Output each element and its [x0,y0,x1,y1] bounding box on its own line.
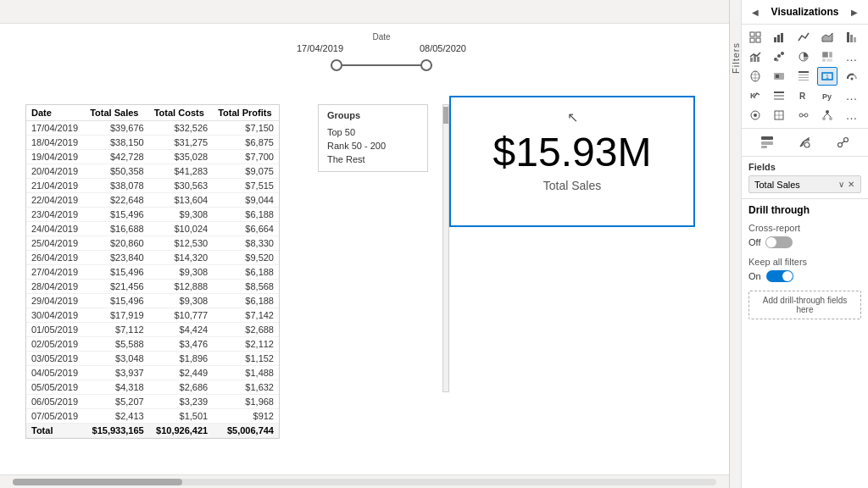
viz-icon-gauge[interactable] [842,67,862,86]
groups-title: Groups [327,110,419,120]
svg-rect-57 [761,146,767,148]
viz-icon-ai2[interactable] [769,106,789,125]
add-drill-fields-button[interactable]: Add drill-through fields here [748,291,861,319]
viz-icon-slicer[interactable] [769,86,789,105]
viz-panel-collapse[interactable]: ◀ [748,5,762,19]
table-row[interactable]: 06/05/2019$5,207$3,239$1,968 [26,395,279,409]
data-table-container: Date Total Sales Total Costs Total Profi… [25,104,280,439]
svg-rect-6 [781,33,783,42]
table-scroll-thumb[interactable] [443,107,448,124]
viz-icon-r-visual[interactable]: R [793,86,814,105]
svg-rect-21 [822,58,826,62]
svg-point-35 [850,78,853,80]
filters-tab[interactable]: Filters [729,0,741,488]
viz-icon-matrix[interactable] [793,67,814,86]
table-row[interactable]: 03/05/2019$3,048$1,896$1,152 [26,352,279,366]
date-slicer-slider[interactable] [288,57,475,74]
slider-left-handle[interactable] [331,59,342,71]
viz-icon-filled-map[interactable] [769,67,789,86]
svg-point-51 [822,117,826,120]
table-row[interactable]: 20/04/2019$50,358$41,283$9,075 [26,164,279,179]
viz-icon-ai3[interactable] [793,106,814,125]
cross-report-state: Off [748,237,760,247]
table-row[interactable]: 25/04/2019$20,860$12,530$8,330 [26,236,279,251]
table-row[interactable]: 30/04/2019$17,919$10,777$7,142 [26,308,279,323]
groups-item-rank[interactable]: Rank 50 - 200 [327,139,419,152]
svg-point-48 [804,114,808,117]
table-row[interactable]: 29/04/2019$15,496$9,308$6,188 [26,294,279,308]
col-date[interactable]: Date [26,105,85,121]
table-row[interactable]: 04/05/2019$3,937$2,449$1,488 [26,366,279,380]
viz-tool-format[interactable] [794,132,815,152]
table-row[interactable]: 19/04/2019$42,728$35,028$7,700 [26,150,279,164]
svg-text:R: R [799,92,806,101]
groups-item-top50[interactable]: Top 50 [327,125,419,139]
viz-icon-area[interactable] [817,28,837,47]
svg-point-17 [776,59,779,62]
viz-icon-more1[interactable]: … [842,47,862,66]
viz-tool-fields[interactable] [757,132,777,152]
cross-report-toggle[interactable] [765,236,793,248]
viz-icons-grid: … 1 K R Py … [742,25,868,129]
svg-rect-12 [754,55,756,62]
svg-rect-32 [798,80,809,80]
viz-icon-more2[interactable]: … [842,86,862,105]
slider-right-handle[interactable] [420,59,432,71]
viz-icon-scatter[interactable] [769,47,789,66]
bottom-scroll[interactable] [0,474,729,488]
main-canvas: Date 17/04/2019 08/05/2020 Date Total Sa… [0,0,729,488]
table-row[interactable]: 02/05/2019$5,588$3,476$2,112 [26,337,279,352]
table-row[interactable]: 24/04/2019$16,688$10,024$6,664 [26,222,279,236]
svg-line-53 [824,114,827,117]
viz-icon-bar[interactable] [769,28,789,47]
table-row[interactable]: 07/05/2019$2,413$1,501$912 [26,409,279,424]
table-row[interactable]: 22/04/2019$22,648$13,604$9,044 [26,193,279,208]
viz-icon-combo[interactable] [745,47,765,66]
fields-remove-icon[interactable]: ✕ [847,179,855,190]
viz-tool-analytics[interactable] [832,132,853,152]
table-row[interactable]: 01/05/2019$7,112$4,424$2,688 [26,323,279,337]
table-row[interactable]: 23/04/2019$15,496$9,308$6,188 [26,208,279,222]
col-total-profits[interactable]: Total Profits [213,105,279,121]
table-row[interactable]: 27/04/2019$15,496$9,308$6,188 [26,265,279,280]
svg-rect-30 [798,75,809,75]
viz-icon-card[interactable]: 1 [817,67,837,86]
table-row[interactable]: 21/04/2019$38,078$30,563$7,515 [26,179,279,193]
viz-icon-py-visual[interactable]: Py [817,86,837,105]
viz-icon-ai1[interactable] [745,106,765,125]
date-to[interactable]: 08/05/2020 [420,43,466,53]
kpi-card[interactable]: ↖ $15.93M Total Sales [449,96,695,227]
col-total-sales[interactable]: Total Sales [85,105,149,121]
viz-icon-stacked-bar[interactable] [842,28,862,47]
svg-rect-11 [750,58,753,62]
viz-icon-table[interactable] [745,28,765,47]
viz-icon-decomp[interactable] [817,106,837,125]
col-total-costs[interactable]: Total Costs [149,105,214,121]
total-sales: $15,933,165 [85,424,149,438]
fields-section: Fields Total Sales ∨ ✕ [742,157,868,199]
bottom-scroll-thumb[interactable] [13,479,182,485]
table-scroll-bar[interactable] [442,104,449,392]
table-row[interactable]: 17/04/2019$39,676$32,526$7,150 [26,121,279,136]
table-row[interactable]: 26/04/2019$23,840$14,320$9,520 [26,251,279,265]
data-table: Date Total Sales Total Costs Total Profi… [26,105,279,438]
viz-icon-treemap[interactable] [817,47,837,66]
table-row[interactable]: 18/04/2019$38,150$31,275$6,875 [26,136,279,150]
groups-item-rest[interactable]: The Rest [327,152,419,166]
viz-icon-more3[interactable]: … [842,106,862,125]
viz-icon-map[interactable] [745,67,765,86]
table-header-row: Date Total Sales Total Costs Total Profi… [26,105,279,121]
viz-icon-pie[interactable] [793,47,814,66]
svg-rect-55 [761,136,773,140]
table-row[interactable]: 28/04/2019$21,456$12,888$8,568 [26,280,279,294]
viz-panel-expand[interactable]: ▶ [848,5,861,19]
viz-icon-line[interactable] [793,28,814,47]
table-row[interactable]: 05/05/2019$4,318$2,686$1,632 [26,380,279,395]
slider-track[interactable] [331,64,432,66]
viz-icon-kpi[interactable]: K [745,86,765,105]
date-from[interactable]: 17/04/2019 [297,43,343,53]
keep-filters-toggle[interactable] [766,270,793,282]
fields-expand-icon[interactable]: ∨ [837,179,845,190]
fields-value: Total Sales [754,180,800,190]
svg-line-54 [827,114,831,117]
